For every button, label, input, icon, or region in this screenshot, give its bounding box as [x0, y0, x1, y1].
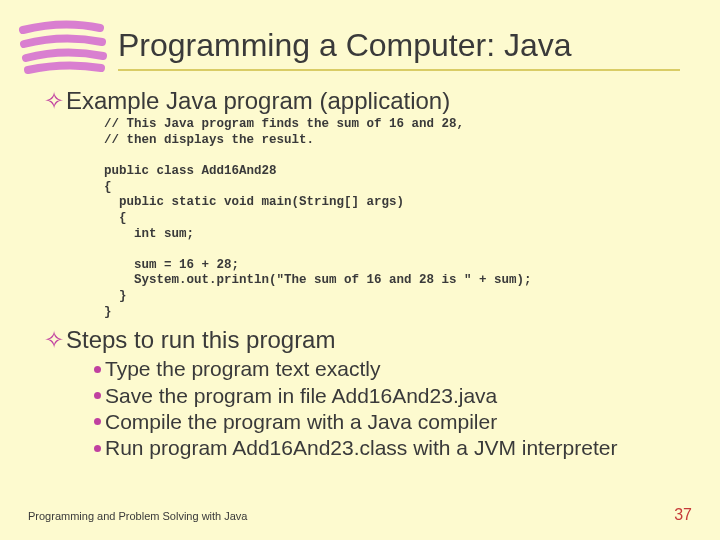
section-heading-example: ✧Example Java program (application): [44, 87, 680, 115]
steps-list: Type the program text exactly Save the p…: [94, 356, 680, 461]
footer-text: Programming and Problem Solving with Jav…: [28, 510, 248, 522]
bullet-icon: [94, 392, 101, 399]
bullet-icon: [94, 445, 101, 452]
section-heading-steps: ✧Steps to run this program: [44, 326, 680, 354]
list-item: Type the program text exactly: [94, 356, 680, 382]
list-item: Compile the program with a Java compiler: [94, 409, 680, 435]
diamond-icon: ✧: [44, 326, 64, 353]
bullet-icon: [94, 366, 101, 373]
slide-title: Programming a Computer: Java: [118, 28, 680, 71]
list-item: Save the program in file Add16And23.java: [94, 383, 680, 409]
page-number: 37: [674, 506, 692, 524]
diamond-icon: ✧: [44, 87, 64, 114]
decorative-scribble: [18, 18, 108, 78]
bullet-icon: [94, 418, 101, 425]
list-item: Run program Add16And23.class with a JVM …: [94, 435, 680, 461]
code-block: // This Java program finds the sum of 16…: [104, 117, 680, 320]
